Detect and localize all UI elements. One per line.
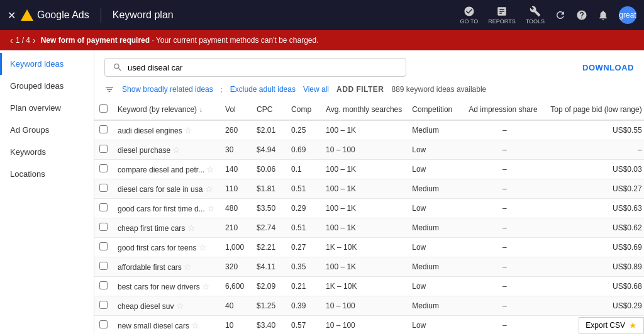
row-checkbox-cell[interactable]	[94, 199, 113, 218]
comp-cell: 0.69	[286, 140, 321, 160]
row-checkbox[interactable]	[99, 145, 108, 153]
keyword-star-icon[interactable]: ☆	[202, 281, 210, 291]
google-ads-label: Google Ads	[37, 9, 89, 21]
top-page-low-cell: –	[545, 140, 644, 160]
vol-cell: 40	[220, 296, 252, 316]
select-all-col	[94, 99, 113, 120]
table-body: audi diesel engines ☆ 260 $2.01 0.25 100…	[94, 120, 644, 333]
avg-monthly-cell: 10 – 100	[321, 140, 407, 160]
competition-cell: Medium	[407, 120, 464, 140]
logo-triangle-icon	[21, 9, 33, 21]
keyword-star-icon[interactable]: ☆	[172, 145, 180, 155]
comp-cell: 0.29	[286, 199, 321, 218]
sidebar-item-label: Keyword ideas	[10, 59, 64, 69]
row-checkbox[interactable]	[99, 242, 108, 250]
sidebar-item-label: Locations	[10, 169, 45, 179]
keyword-cell: diesel purchase ☆	[113, 140, 220, 160]
keyword-cell: compare diesel and petr... ☆	[113, 160, 220, 179]
keyword-star-icon[interactable]: ☆	[199, 242, 207, 252]
alert-message: New form of payment required · Your curr…	[41, 36, 319, 45]
avg-monthly-cell: 10 – 100	[321, 316, 407, 334]
nav-right: GO TO REPORTS TOOLS great	[460, 6, 636, 25]
sidebar-item-ad-groups[interactable]: Ad Groups	[0, 119, 94, 141]
keyword-cell: good first cars for teens ☆	[113, 238, 220, 257]
download-button[interactable]: DOWNLOAD	[582, 63, 634, 72]
search-input[interactable]	[128, 63, 398, 72]
sidebar-item-grouped-ideas[interactable]: Grouped ideas	[0, 75, 94, 97]
user-avatar[interactable]: great	[619, 6, 636, 24]
sidebar-item-keyword-ideas[interactable]: Keyword ideas	[0, 53, 94, 75]
row-checkbox-cell[interactable]	[94, 316, 113, 334]
sidebar-item-keywords[interactable]: Keywords	[0, 141, 94, 163]
row-checkbox[interactable]	[99, 164, 108, 172]
vol-cell: 480	[220, 199, 252, 218]
exclude-adult-link[interactable]: Exclude adult ideas	[230, 85, 296, 94]
row-checkbox[interactable]	[99, 281, 108, 289]
row-checkbox-cell[interactable]	[94, 140, 113, 160]
row-checkbox-cell[interactable]	[94, 160, 113, 179]
row-checkbox-cell[interactable]	[94, 120, 113, 140]
add-filter-button[interactable]: ADD FILTER	[336, 85, 384, 94]
row-checkbox[interactable]	[99, 301, 108, 309]
keyword-star-icon[interactable]: ☆	[207, 203, 215, 213]
alert-prev-btn[interactable]: ‹	[10, 35, 13, 45]
competition-cell: Low	[407, 277, 464, 296]
row-checkbox-cell[interactable]	[94, 238, 113, 257]
keyword-star-icon[interactable]: ☆	[184, 125, 192, 135]
notifications-icon[interactable]	[597, 9, 609, 21]
sidebar-item-plan-overview[interactable]: Plan overview	[0, 97, 94, 119]
comp-cell: 0.35	[286, 257, 321, 277]
sidebar-item-label: Ad Groups	[10, 125, 49, 135]
keyword-cell: cheap first time cars ☆	[113, 218, 220, 238]
keyword-cell: audi diesel engines ☆	[113, 120, 220, 140]
vol-col-header: Vol	[220, 99, 252, 120]
row-checkbox[interactable]	[99, 262, 108, 270]
tools-icon[interactable]: TOOLS	[526, 6, 545, 25]
table-row: new small diesel cars ☆ 10 $3.40 0.57 10…	[94, 316, 644, 334]
row-checkbox[interactable]	[99, 203, 108, 211]
export-csv-bar[interactable]: Export CSV ★	[579, 317, 644, 333]
row-checkbox-cell[interactable]	[94, 257, 113, 277]
competition-cell: Medium	[407, 296, 464, 316]
alert-pagination: 1 / 4	[16, 36, 30, 45]
ad-impression-cell: –	[464, 120, 545, 140]
sidebar-item-locations[interactable]: Locations	[0, 163, 94, 185]
select-all-checkbox[interactable]	[99, 104, 108, 113]
comp-cell: 0.57	[286, 316, 321, 334]
keyword-star-icon[interactable]: ☆	[187, 223, 196, 233]
search-container	[104, 58, 406, 77]
alert-next-btn[interactable]: ›	[33, 35, 36, 45]
keyword-cell: good cars for first time d... ☆	[113, 199, 220, 218]
refresh-icon[interactable]	[555, 9, 566, 21]
keyword-star-icon[interactable]: ☆	[191, 320, 199, 330]
avg-monthly-cell: 100 – 1K	[321, 218, 407, 238]
show-broadly-link[interactable]: Show broadly related ideas	[122, 85, 213, 94]
star-icon: ★	[629, 320, 637, 330]
goto-icon[interactable]: GO TO	[460, 6, 479, 25]
top-page-low-cell: US$0.89	[545, 257, 644, 277]
table-row: affordable first cars ☆ 320 $4.11 0.35 1…	[94, 257, 644, 277]
table-row: good first cars for teens ☆ 1,000 $2.21 …	[94, 238, 644, 257]
keyword-star-icon[interactable]: ☆	[205, 184, 213, 194]
close-icon[interactable]: ✕	[8, 9, 16, 21]
row-checkbox[interactable]	[99, 320, 108, 328]
ad-impression-cell: –	[464, 296, 545, 316]
row-checkbox[interactable]	[99, 125, 108, 133]
table-header-row: Keyword (by relevance) ↓ Vol CPC Comp Av…	[94, 99, 644, 120]
keyword-star-icon[interactable]: ☆	[184, 262, 192, 272]
view-all-link[interactable]: View all	[303, 85, 329, 94]
cpc-cell: $0.06	[252, 160, 286, 179]
goto-label: GO TO	[460, 18, 479, 25]
row-checkbox-cell[interactable]	[94, 296, 113, 316]
keyword-star-icon[interactable]: ☆	[176, 301, 184, 311]
row-checkbox-cell[interactable]	[94, 277, 113, 296]
row-checkbox-cell[interactable]	[94, 179, 113, 199]
help-icon[interactable]	[576, 9, 587, 21]
keyword-star-icon[interactable]: ☆	[206, 164, 214, 174]
row-checkbox[interactable]	[99, 184, 108, 192]
nav-left: ✕ Google Ads Keyword plan	[8, 8, 174, 23]
row-checkbox-cell[interactable]	[94, 218, 113, 238]
reports-icon[interactable]: REPORTS	[488, 6, 515, 25]
row-checkbox[interactable]	[99, 223, 108, 231]
sort-icon[interactable]: ↓	[199, 106, 203, 113]
